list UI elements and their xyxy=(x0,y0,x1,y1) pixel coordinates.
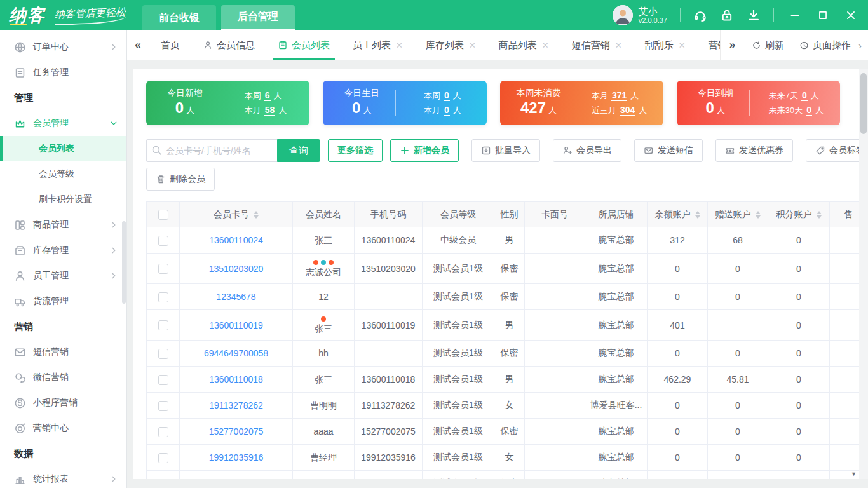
user-menu[interactable]: 艾小 v2.0.0.37 xyxy=(613,5,667,25)
tab-close-icon[interactable]: ✕ xyxy=(542,41,549,50)
tab-营销中心[interactable]: 营销中心✕ xyxy=(697,30,720,60)
row-checkbox[interactable] xyxy=(158,292,168,302)
tab-close-icon[interactable]: ✕ xyxy=(396,41,403,50)
sidebar-item-库存管理[interactable]: 库存管理 xyxy=(0,238,126,263)
sort-arrows[interactable] xyxy=(254,211,259,219)
member-card-no-link[interactable]: 13600110019 xyxy=(209,320,263,330)
新增会员-button[interactable]: 新增会员 xyxy=(390,139,459,162)
sidebar-item-货流管理[interactable]: 货流管理 xyxy=(0,288,126,314)
member-card-no-link[interactable]: 13600110024 xyxy=(209,235,263,245)
stat-card-subvalue[interactable]: 0 xyxy=(444,105,450,116)
tab-刮刮乐[interactable]: 刮刮乐✕ xyxy=(634,30,697,60)
minimize-icon[interactable] xyxy=(789,10,801,21)
tab-会员列表[interactable]: 会员列表 xyxy=(266,30,341,60)
tab-库存列表[interactable]: 库存列表✕ xyxy=(414,30,487,60)
sort-arrows[interactable] xyxy=(756,211,761,219)
sort-asc-icon[interactable] xyxy=(756,211,761,214)
sort-asc-icon[interactable] xyxy=(817,211,822,214)
member-card-no-link[interactable]: 13600110018 xyxy=(209,374,263,384)
发送优惠券-button[interactable]: 发送优惠券 xyxy=(715,139,793,162)
member-card-no-link[interactable]: 13886670076 xyxy=(209,478,264,479)
select-all-checkbox[interactable] xyxy=(158,210,168,220)
sort-arrows[interactable] xyxy=(695,211,700,219)
table-scroll-down-arrow[interactable]: ▼ xyxy=(851,471,857,477)
member-card-no-link[interactable]: 13510203020 xyxy=(209,264,264,274)
stat-card-subvalue[interactable]: 304 xyxy=(620,105,635,116)
tab-商品列表[interactable]: 商品列表✕ xyxy=(487,30,560,60)
sort-asc-icon[interactable] xyxy=(254,211,259,214)
sidebar-item-营销中心[interactable]: 营销中心 xyxy=(0,416,126,441)
tab-action-页面操作[interactable]: 页面操作 xyxy=(792,30,858,60)
sidebar-item-任务管理[interactable]: 任务管理 xyxy=(0,60,126,85)
sidebar-item-小程序营销[interactable]: 小程序营销 xyxy=(0,390,126,416)
tab-action-刷新[interactable]: 刷新 xyxy=(744,30,792,60)
stat-card-subvalue[interactable]: 371 xyxy=(611,90,627,101)
sidebar-subitem-会员列表[interactable]: 会员列表 xyxy=(0,136,126,161)
headset-icon[interactable] xyxy=(693,8,707,22)
更多筛选-button[interactable]: 更多筛选 xyxy=(328,139,383,162)
row-checkbox[interactable] xyxy=(158,453,168,463)
tab-close-icon[interactable]: ✕ xyxy=(469,41,476,50)
tab-close-icon[interactable]: ✕ xyxy=(679,41,686,50)
row-checkbox[interactable] xyxy=(158,401,168,411)
sort-desc-icon[interactable] xyxy=(817,215,822,219)
sidebar-item-会员管理[interactable]: 会员管理 xyxy=(0,111,126,136)
tab-员工列表[interactable]: 员工列表✕ xyxy=(341,30,414,60)
sidebar-item-微信营销[interactable]: 微信营销 xyxy=(0,365,126,390)
main-scrollbar[interactable] xyxy=(859,69,868,479)
sidebar-subitem-刷卡积分设置[interactable]: 刷卡积分设置 xyxy=(0,187,126,212)
sort-asc-icon[interactable] xyxy=(695,211,700,214)
sidebar-item-员工管理[interactable]: 员工管理 xyxy=(0,263,126,288)
stat-card-subvalue[interactable]: 0 xyxy=(806,105,812,116)
main-scrollbar-thumb[interactable] xyxy=(860,73,867,134)
sidebar-scrollbar-thumb[interactable] xyxy=(122,221,126,304)
发送短信-button[interactable]: 发送短信 xyxy=(634,139,703,162)
sort-desc-icon[interactable] xyxy=(695,215,700,219)
member-card-no-link[interactable]: 15277002075 xyxy=(209,426,264,437)
会员导出-button[interactable]: 会员导出 xyxy=(553,139,621,162)
row-checkbox[interactable] xyxy=(158,427,168,437)
lock-icon[interactable] xyxy=(720,8,734,22)
sidebar-item-统计报表[interactable]: 统计报表 xyxy=(0,466,126,488)
table-row: 15277002075aaaa15277002075测试会员1级保密腕宝总部00… xyxy=(147,419,860,445)
avatar[interactable] xyxy=(613,5,633,25)
member-card-no-link[interactable]: 19113278262 xyxy=(209,400,263,410)
member-card-no-link[interactable]: 19912035916 xyxy=(209,452,264,463)
row-checkbox[interactable] xyxy=(158,320,168,330)
sort-desc-icon[interactable] xyxy=(254,215,259,219)
批量导入-button[interactable]: 批量导入 xyxy=(471,139,540,162)
stat-card-subvalue[interactable]: 6 xyxy=(264,90,271,101)
stat-card-value: 427人 xyxy=(512,100,566,118)
sort-arrows[interactable] xyxy=(817,211,822,219)
sidebar-item-订单中心[interactable]: 订单中心 xyxy=(0,34,126,60)
stat-card-subvalue[interactable]: 0 xyxy=(801,90,808,101)
topnav-前台收银[interactable]: 前台收银 xyxy=(142,5,216,30)
会员标签-button[interactable]: 会员标签 xyxy=(806,139,859,162)
member-card-no-link[interactable]: 6944649700058 xyxy=(204,348,268,358)
row-checkbox[interactable] xyxy=(158,264,168,274)
stat-card-subvalue[interactable]: 0 xyxy=(444,90,450,101)
search-button[interactable]: 查询 xyxy=(277,139,320,162)
row-checkbox[interactable] xyxy=(158,236,168,246)
sidebar-item-商品管理[interactable]: 商品管理 xyxy=(0,212,126,238)
delete-member-button[interactable]: 删除会员 xyxy=(146,168,215,191)
maximize-icon[interactable] xyxy=(817,10,829,21)
tabs-collapse-right-button[interactable]: » xyxy=(720,30,744,60)
tab-close-icon[interactable]: ✕ xyxy=(615,41,622,50)
search-input[interactable] xyxy=(146,139,277,162)
page-ops-chevron-icon[interactable]: › xyxy=(858,30,868,60)
tabs-collapse-left-button[interactable]: « xyxy=(127,30,149,60)
row-checkbox[interactable] xyxy=(158,375,168,385)
tab-首页[interactable]: 首页 xyxy=(149,30,191,60)
topnav-后台管理[interactable]: 后台管理 xyxy=(221,5,295,30)
download-icon[interactable] xyxy=(747,8,761,22)
sidebar-item-短信营销[interactable]: 短信营销 xyxy=(0,339,126,365)
tab-短信营销[interactable]: 短信营销✕ xyxy=(560,30,634,60)
sidebar-subitem-会员等级[interactable]: 会员等级 xyxy=(0,161,126,187)
row-checkbox[interactable] xyxy=(158,349,168,359)
close-icon[interactable] xyxy=(845,10,857,21)
member-card-no-link[interactable]: 12345678 xyxy=(216,292,255,302)
sort-desc-icon[interactable] xyxy=(756,215,761,219)
tab-会员信息[interactable]: 会员信息 xyxy=(191,30,266,60)
stat-card-subvalue[interactable]: 58 xyxy=(264,105,276,116)
